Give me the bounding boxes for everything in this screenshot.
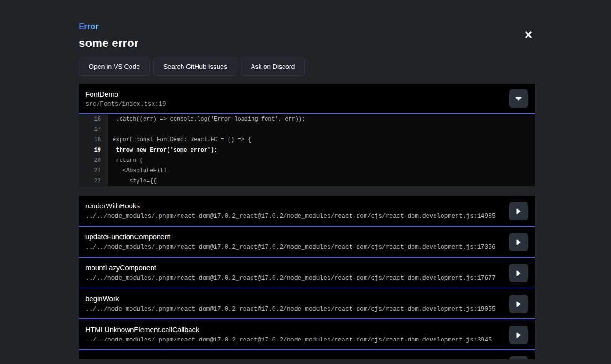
play-icon [516,332,521,338]
expand-frame-button[interactable] [509,356,528,359]
line-number: 17 [79,124,108,135]
line-number: 16 [79,114,108,124]
stack-frame-row: HTMLUnknownElement.callCallback ../../no… [79,319,535,350]
error-type-label: Error [79,22,99,31]
frame-function-name: mountLazyComponent [85,264,502,272]
action-buttons: Open in VS Code Search GitHub Issues Ask… [79,58,535,76]
line-number: 22 [79,176,108,186]
expand-frame-button[interactable] [509,326,528,344]
code-line: 22 style={{ [79,176,535,186]
collapse-frame-button[interactable] [509,89,528,108]
search-github-issues-button[interactable]: Search GitHub Issues [153,58,237,76]
expand-frame-button[interactable] [509,233,528,251]
frame-function-name: beginWork [85,295,502,303]
stack-frame-row: beginWork ../../node_modules/.pnpm/react… [79,288,535,319]
error-message: some error [79,37,535,50]
line-number: 18 [79,135,108,145]
chevron-down-icon [515,97,522,101]
code-line: 17 [79,124,535,135]
play-icon [516,208,521,214]
expand-frame-button[interactable] [509,295,528,313]
open-in-vscode-button[interactable]: Open in VS Code [79,58,150,76]
stack-frame-list: renderWithHooks ../../node_modules/.pnpm… [79,196,535,359]
code-line: 20 return ( [79,155,535,166]
frame-location: ../../node_modules/.pnpm/react-dom@17.0.… [85,243,502,250]
line-number: 21 [79,166,108,176]
code-line: 18 export const FontDemo: React.FC = () … [79,135,535,145]
play-icon [516,270,521,276]
source-frame-header: FontDemo src/Fonts/index.tsx:19 [79,84,535,114]
frame-location: ../../node_modules/.pnpm/react-dom@17.0.… [85,212,502,220]
code-line: 16 .catch((err) => console.log('Error lo… [79,114,535,124]
code-preview: 16 .catch((err) => console.log('Error lo… [79,114,535,186]
line-number: 20 [79,155,108,166]
stack-frame-row-partial [79,350,535,359]
play-icon [516,239,521,245]
frame-function-name: updateFunctionComponent [85,233,502,241]
expand-frame-button[interactable] [509,202,528,220]
stack-frame-row: updateFunctionComponent ../../node_modul… [79,227,535,258]
code-line-highlighted: 19 throw new Error('some error'); [79,145,535,155]
code-line: 21 <AbsoluteFill [79,166,535,176]
frame-function-name: FontDemo [85,90,166,98]
ask-on-discord-button[interactable]: Ask on Discord [241,58,305,76]
source-frame-panel: FontDemo src/Fonts/index.tsx:19 16 .catc… [79,84,535,186]
frame-function-name: HTMLUnknownElement.callCallback [85,326,502,334]
stack-frame-row: mountLazyComponent ../../node_modules/.p… [79,258,535,288]
line-number: 19 [79,145,108,155]
frame-location: ../../node_modules/.pnpm/react-dom@17.0.… [85,274,502,281]
frame-location: ../../node_modules/.pnpm/react-dom@17.0.… [85,305,502,312]
stack-frame-row: renderWithHooks ../../node_modules/.pnpm… [79,196,535,227]
frame-location: ../../node_modules/.pnpm/react-dom@17.0.… [85,336,502,343]
frame-location: src/Fonts/index.tsx:19 [85,100,166,107]
expand-frame-button[interactable] [509,264,528,282]
frame-function-name: renderWithHooks [85,202,502,210]
play-icon [516,301,521,307]
